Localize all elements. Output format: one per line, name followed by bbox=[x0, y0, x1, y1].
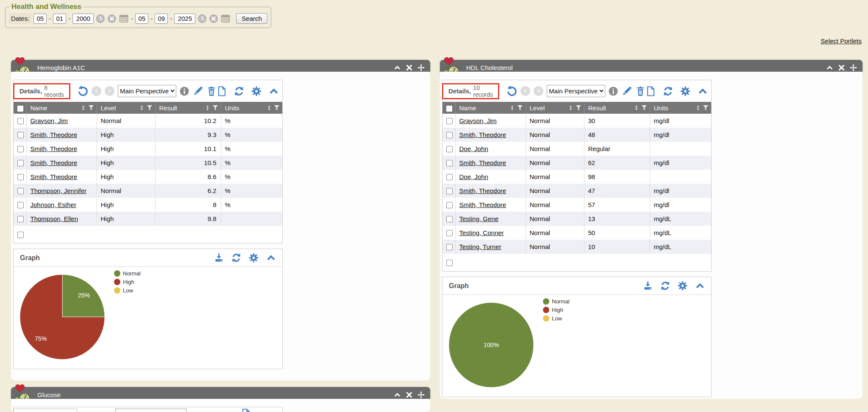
clear-icon[interactable] bbox=[107, 14, 117, 23]
close-icon[interactable] bbox=[406, 391, 413, 398]
column-header-units[interactable]: Units▲▼ bbox=[650, 102, 711, 114]
to-day-input[interactable] bbox=[155, 14, 168, 24]
patient-name-link[interactable]: Testing, Turner bbox=[459, 243, 501, 250]
search-button[interactable]: Search bbox=[236, 13, 267, 24]
row-checkbox[interactable] bbox=[446, 146, 453, 152]
from-month-input[interactable] bbox=[33, 14, 47, 24]
settings-gear-icon[interactable] bbox=[680, 86, 690, 96]
collapse-icon[interactable] bbox=[826, 64, 833, 71]
column-header-level[interactable]: Level▲▼ bbox=[97, 102, 155, 114]
patient-name-link[interactable]: Smith, Theodore bbox=[31, 159, 78, 166]
next-button[interactable] bbox=[534, 86, 543, 96]
patient-name-link[interactable]: Smith, Theodore bbox=[459, 187, 506, 194]
sort-icon[interactable]: ▲▼ bbox=[696, 105, 700, 111]
column-header-name[interactable]: Name▲▼ bbox=[26, 102, 97, 114]
patient-name-link[interactable]: Smith, Theodore bbox=[459, 201, 506, 208]
select-all-checkbox[interactable] bbox=[17, 106, 23, 112]
patient-name-link[interactable]: Doe, John bbox=[459, 145, 488, 152]
clock-icon[interactable] bbox=[96, 14, 105, 23]
to-month-input[interactable] bbox=[135, 14, 148, 24]
sort-icon[interactable]: ▲▼ bbox=[635, 105, 638, 111]
row-checkbox[interactable] bbox=[446, 244, 453, 250]
column-header-name[interactable]: Name▲▼ bbox=[455, 102, 526, 114]
column-header-result[interactable]: Result▲▼ bbox=[584, 102, 650, 114]
row-checkbox[interactable] bbox=[446, 174, 453, 180]
row-checkbox[interactable] bbox=[446, 202, 453, 208]
row-checkbox[interactable] bbox=[446, 260, 453, 266]
previous-button[interactable] bbox=[92, 86, 101, 96]
clock-icon[interactable] bbox=[198, 14, 207, 23]
row-checkbox[interactable] bbox=[17, 174, 24, 180]
column-header-units[interactable]: Units▲▼ bbox=[221, 102, 282, 114]
perspective-select[interactable] bbox=[115, 409, 186, 412]
new-document-icon[interactable] bbox=[217, 86, 227, 96]
undo-icon[interactable] bbox=[506, 85, 517, 97]
refresh-icon[interactable] bbox=[660, 281, 670, 291]
patient-name-link[interactable]: Johnson, Esther bbox=[31, 201, 76, 208]
sort-icon[interactable]: ▲▼ bbox=[140, 105, 144, 111]
sort-icon[interactable]: ▲▼ bbox=[511, 105, 514, 111]
patient-name-link[interactable]: Smith, Theodore bbox=[31, 173, 78, 180]
patient-name-link[interactable]: Smith, Theodore bbox=[459, 131, 506, 138]
patient-name-link[interactable]: Smith, Theodore bbox=[31, 131, 78, 138]
filter-funnel-icon[interactable] bbox=[703, 105, 709, 111]
collapse-chevron-icon[interactable] bbox=[269, 86, 279, 96]
filter-funnel-icon[interactable] bbox=[576, 105, 581, 111]
close-icon[interactable] bbox=[406, 64, 413, 71]
perspective-select[interactable]: Main Perspective bbox=[118, 85, 176, 97]
settings-gear-icon[interactable] bbox=[678, 281, 687, 291]
edit-pencil-icon[interactable] bbox=[193, 86, 203, 96]
collapse-icon[interactable] bbox=[394, 391, 401, 398]
close-icon[interactable] bbox=[838, 64, 845, 71]
row-checkbox[interactable] bbox=[17, 146, 24, 152]
undo-icon[interactable] bbox=[77, 85, 89, 97]
download-icon[interactable] bbox=[643, 281, 653, 291]
row-checkbox[interactable] bbox=[17, 132, 24, 138]
settings-gear-icon[interactable] bbox=[249, 253, 259, 263]
column-header-level[interactable]: Level▲▼ bbox=[526, 102, 584, 114]
patient-name-link[interactable]: Testing, Gene bbox=[459, 215, 499, 222]
filter-funnel-icon[interactable] bbox=[274, 105, 280, 111]
download-icon[interactable] bbox=[214, 253, 224, 263]
sort-icon[interactable]: ▲▼ bbox=[267, 105, 271, 111]
collapse-chevron-icon[interactable] bbox=[266, 253, 276, 263]
patient-name-link[interactable]: Testing, Conner bbox=[459, 229, 504, 236]
from-day-input[interactable] bbox=[53, 14, 66, 24]
row-checkbox[interactable] bbox=[446, 188, 453, 194]
patient-name-link[interactable]: Thompson, Jennifer bbox=[31, 187, 87, 194]
filter-funnel-icon[interactable] bbox=[641, 105, 647, 111]
collapse-chevron-icon[interactable] bbox=[695, 281, 705, 291]
delete-trash-icon[interactable] bbox=[206, 86, 217, 96]
from-year-input[interactable] bbox=[72, 14, 94, 24]
next-button[interactable] bbox=[105, 86, 114, 96]
sort-icon[interactable]: ▲▼ bbox=[82, 105, 85, 111]
settings-gear-icon[interactable] bbox=[251, 86, 262, 96]
filter-funnel-icon[interactable] bbox=[88, 105, 94, 111]
refresh-icon[interactable] bbox=[234, 86, 244, 96]
move-icon[interactable] bbox=[850, 64, 857, 71]
row-checkbox[interactable] bbox=[446, 132, 453, 138]
filter-funnel-icon[interactable] bbox=[517, 105, 523, 111]
patient-name-link[interactable]: Smith, Theodore bbox=[459, 159, 506, 166]
info-icon[interactable] bbox=[608, 86, 618, 96]
collapse-icon[interactable] bbox=[394, 64, 401, 71]
filter-funnel-icon[interactable] bbox=[212, 105, 218, 111]
refresh-icon[interactable] bbox=[663, 86, 673, 96]
calendar-icon[interactable] bbox=[119, 14, 129, 23]
collapse-chevron-icon[interactable] bbox=[698, 86, 708, 96]
row-checkbox[interactable] bbox=[17, 216, 24, 222]
row-checkbox[interactable] bbox=[17, 188, 24, 194]
perspective-select[interactable]: Main Perspective bbox=[547, 85, 605, 97]
move-icon[interactable] bbox=[417, 64, 425, 71]
row-checkbox[interactable] bbox=[17, 160, 24, 166]
previous-button[interactable] bbox=[520, 86, 530, 96]
move-icon[interactable] bbox=[417, 391, 425, 398]
patient-name-link[interactable]: Grayson, Jim bbox=[31, 117, 68, 124]
refresh-icon[interactable] bbox=[231, 253, 241, 263]
new-document-icon[interactable] bbox=[645, 86, 656, 96]
calendar-icon[interactable] bbox=[220, 14, 231, 23]
new-document-icon[interactable] bbox=[241, 409, 251, 412]
row-checkbox[interactable] bbox=[17, 202, 24, 208]
row-checkbox[interactable] bbox=[446, 160, 453, 166]
info-icon[interactable] bbox=[179, 86, 189, 96]
